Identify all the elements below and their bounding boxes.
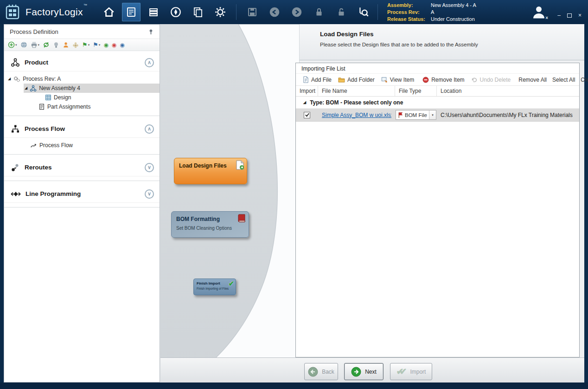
- next-button[interactable]: Next: [344, 363, 383, 380]
- operator-button[interactable]: [63, 42, 69, 48]
- file-name-link[interactable]: Simple Assy_BOM w uoi.xlsx: [322, 112, 391, 118]
- tree-section-process-flow[interactable]: Process Flow ∧: [4, 120, 160, 138]
- next-label: Next: [365, 369, 377, 375]
- globe-button[interactable]: [20, 41, 27, 48]
- tree-item-design[interactable]: Design: [4, 93, 160, 102]
- navigator-button[interactable]: [166, 3, 185, 21]
- import-button[interactable]: ✔✔ Import: [390, 363, 432, 380]
- settings-button[interactable]: [211, 3, 230, 21]
- group-expander-icon[interactable]: ◢: [303, 101, 306, 104]
- print-dropdown-button[interactable]: ▾: [31, 41, 40, 48]
- save-button[interactable]: [243, 3, 262, 21]
- file-row[interactable]: Simple Assy_BOM w uoi.xlsx BOM File ▾ C:…: [296, 109, 579, 122]
- tree-item-label: Part Assignments: [47, 104, 90, 110]
- back-circle-icon: [268, 6, 281, 18]
- gear-icon: [214, 6, 226, 18]
- green-circle-icon: ◉: [103, 42, 108, 48]
- column-header-file-name[interactable]: File Name: [318, 86, 395, 96]
- column-header-file-type[interactable]: File Type: [395, 86, 437, 96]
- column-header-import[interactable]: Import: [296, 86, 318, 96]
- add-file-button[interactable]: Add File: [300, 76, 335, 83]
- status-blue-button[interactable]: ◉: [120, 42, 124, 48]
- assembly-label: Assembly:: [387, 2, 431, 9]
- remove-item-button[interactable]: Remove Item: [419, 77, 467, 83]
- collapse-section-button[interactable]: ∧: [145, 124, 154, 134]
- file-type-dropdown-button[interactable]: ▾: [429, 110, 436, 119]
- import-checkbox[interactable]: [304, 112, 310, 118]
- file-name-cell: Simple Assy_BOM w uoi.xlsx: [318, 112, 395, 118]
- expander-icon[interactable]: ◢: [25, 86, 27, 90]
- tree-section-line-programming[interactable]: Line Programming ∨: [4, 185, 160, 203]
- group-row-bom[interactable]: ◢ Type: BOM - Please select only one: [296, 97, 579, 109]
- wizard-step-bom-formatting[interactable]: BOM Formatting Set BOM Cleaning Options: [171, 211, 249, 238]
- remove-all-button[interactable]: Remove All: [516, 77, 550, 83]
- file-type-combo[interactable]: BOM File ▾: [396, 110, 436, 120]
- documents-button[interactable]: [189, 3, 207, 21]
- process-rev-info-row: Process Rev: A: [387, 9, 511, 16]
- tree-item-new-assembly[interactable]: ◢ New Assembly 4: [24, 84, 160, 93]
- tool-label: Remove All: [518, 77, 547, 83]
- flower-button[interactable]: [72, 42, 79, 48]
- person-orange-icon: [63, 42, 69, 48]
- tree-section-label: Process Flow: [25, 125, 65, 132]
- release-status-info-row: Release Status: Under Construction: [387, 16, 511, 23]
- home-button[interactable]: [100, 3, 118, 21]
- status-red-button[interactable]: ◉: [112, 42, 116, 48]
- column-header-location[interactable]: Location: [437, 86, 579, 96]
- user-badge-x: ×: [545, 15, 548, 20]
- back-nav-button[interactable]: [265, 3, 284, 21]
- collapse-section-button[interactable]: ∧: [145, 58, 154, 67]
- user-icon: [530, 4, 547, 20]
- clear-all-button[interactable]: Clear All: [578, 77, 588, 83]
- lock-icon: [313, 6, 325, 18]
- checkmark-icon: [305, 112, 310, 117]
- user-logout-button[interactable]: ×: [530, 4, 547, 20]
- add-dropdown-button[interactable]: ▾: [8, 41, 17, 48]
- assembly-icon: [30, 85, 37, 92]
- expand-section-button[interactable]: ∨: [145, 189, 154, 199]
- tree-section-reroutes[interactable]: Reroutes ∨: [4, 159, 160, 176]
- toolbar-separator: [236, 4, 236, 20]
- sync-button[interactable]: [43, 41, 50, 48]
- lock-button[interactable]: [310, 3, 328, 21]
- flag-blue-dropdown-button[interactable]: ⚑▾: [93, 42, 100, 48]
- expander-icon[interactable]: ◢: [8, 77, 11, 81]
- tree-item-process-flow[interactable]: Process Flow: [4, 141, 160, 150]
- toolbar-separator: [377, 4, 378, 20]
- printer-icon: [31, 41, 38, 48]
- flag-green-dropdown-button[interactable]: ⚑▾: [82, 42, 89, 48]
- forward-circle-icon: [291, 6, 303, 18]
- tool-label: Undo Delete: [480, 77, 511, 83]
- unlock-button[interactable]: [332, 3, 351, 21]
- status-green-button[interactable]: ◉: [103, 42, 108, 48]
- line-programming-icon: [11, 189, 21, 199]
- close-button[interactable]: ×: [578, 12, 582, 19]
- pin-icon[interactable]: [148, 29, 154, 35]
- audit-search-button[interactable]: [354, 3, 373, 21]
- tree-section-product[interactable]: Product ∧: [4, 54, 160, 71]
- expand-section-button[interactable]: ∨: [145, 163, 154, 172]
- undo-delete-button[interactable]: Undo Delete: [468, 77, 514, 83]
- materials-button[interactable]: [144, 3, 163, 21]
- minimize-button[interactable]: –: [557, 12, 561, 19]
- select-all-button[interactable]: Select All: [550, 77, 578, 83]
- chevron-up-icon: ∧: [147, 126, 151, 131]
- design-grid-icon: [45, 94, 51, 101]
- view-item-button[interactable]: View Item: [378, 77, 417, 83]
- wizard-step-load-design-files[interactable]: Load Design Files: [174, 158, 247, 184]
- process-definition-icon: [126, 6, 137, 18]
- process-definition-tab-button[interactable]: [122, 3, 141, 21]
- wizard-step-finish-import[interactable]: Finish Import Finish Importing of Files …: [193, 279, 236, 295]
- forward-nav-button[interactable]: [288, 3, 306, 21]
- back-button[interactable]: Back: [304, 363, 338, 380]
- tool-label: Remove Item: [431, 77, 464, 83]
- tree-item-part-assignments[interactable]: Part Assignments: [4, 102, 160, 111]
- product-icon: [11, 58, 20, 67]
- release-status-label: Release Status:: [387, 16, 431, 23]
- add-folder-button[interactable]: Add Folder: [335, 77, 378, 83]
- maximize-button[interactable]: [567, 13, 572, 18]
- tree-item-label: Design: [54, 94, 71, 101]
- lamp-button[interactable]: [53, 42, 59, 48]
- tree-item-process-rev[interactable]: ◢ Process Rev: A: [4, 74, 160, 84]
- file-list-title: Importing File List: [296, 63, 579, 73]
